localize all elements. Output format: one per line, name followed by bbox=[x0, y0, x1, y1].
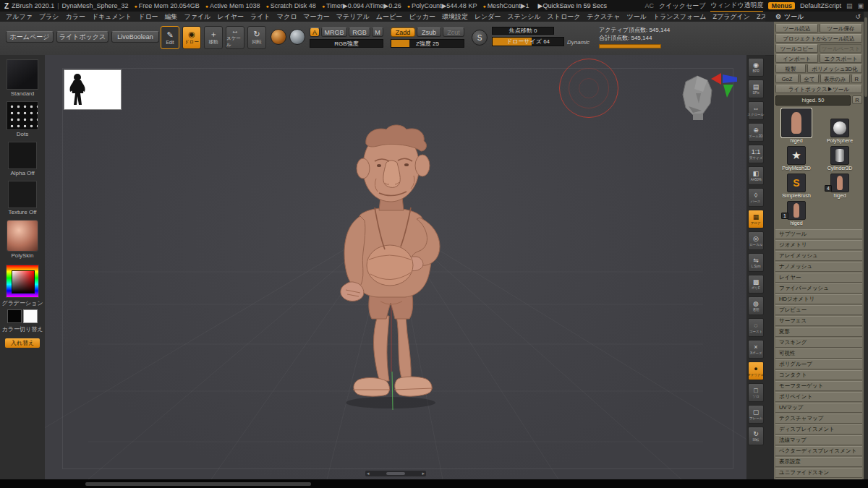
document-thumbnail[interactable] bbox=[64, 69, 122, 110]
lsym-button[interactable]: ⇋L.Sym bbox=[748, 253, 764, 272]
zsub-button[interactable]: Zsub bbox=[417, 27, 441, 37]
tool-thumb-higed-4[interactable]: 4higed bbox=[819, 173, 861, 199]
mrgb-button[interactable]: MRGB bbox=[321, 27, 347, 37]
menu-item-picker[interactable]: ピッカー bbox=[409, 12, 435, 22]
focal-shift-slider[interactable]: 焦点移動 0 bbox=[492, 27, 554, 35]
make-polymesh3d-button[interactable]: ポリメッシュ3D化 bbox=[807, 64, 862, 73]
section-visibility[interactable]: 可視性 bbox=[775, 348, 862, 359]
tool-thumb-polymesh3d[interactable]: ★PolyMesh3D bbox=[775, 145, 817, 171]
window-widget-icon[interactable]: ▤ bbox=[846, 2, 853, 9]
tool-thumb-polysphere[interactable]: PolySphere bbox=[819, 108, 861, 144]
section-layers[interactable]: レイヤー bbox=[775, 273, 862, 283]
scroll-left-icon[interactable]: ◂ bbox=[367, 471, 370, 476]
quicksave-button[interactable]: クイックセーブ bbox=[659, 1, 705, 11]
menu-item-stencil[interactable]: ステンシル bbox=[508, 12, 541, 22]
section-masking[interactable]: マスキング bbox=[775, 338, 862, 348]
goz-button[interactable]: GoZ bbox=[775, 74, 799, 83]
scroll-button[interactable]: ⇔スクロール bbox=[748, 101, 764, 120]
section-hd-geometry[interactable]: HDジオメトリ bbox=[775, 294, 862, 304]
section-polypaint[interactable]: ポリペイント bbox=[775, 392, 862, 402]
polyframe-button[interactable]: ▩ポリF bbox=[748, 275, 764, 294]
secondary-color-swatch[interactable] bbox=[23, 309, 38, 323]
zoom3d-button[interactable]: ⊕ズーム3D bbox=[748, 123, 764, 142]
menu-item-macro[interactable]: マクロ bbox=[277, 12, 297, 22]
menu-item-document[interactable]: ドキュメント bbox=[92, 12, 132, 22]
menu-item-brush[interactable]: ブラシ bbox=[39, 12, 59, 22]
lightbox-tool-button[interactable]: ライトボックス▶ツール bbox=[775, 85, 862, 93]
clone-button[interactable]: 複製 bbox=[775, 64, 806, 73]
color-picker-inner[interactable] bbox=[12, 270, 35, 294]
sculpt-model[interactable] bbox=[305, 122, 464, 411]
sculptris-pro-button[interactable]: S bbox=[472, 30, 488, 46]
frame-button[interactable]: ▢フレーム bbox=[748, 405, 764, 424]
gradient-sphere-icon[interactable] bbox=[289, 29, 305, 45]
restore-icon[interactable]: ↺ bbox=[855, 13, 861, 20]
rotate-button[interactable]: ↻ 回転 bbox=[247, 26, 266, 49]
draw-button[interactable]: ◉ ドロー bbox=[182, 26, 201, 49]
edit-button[interactable]: ✎ Edit bbox=[161, 26, 179, 49]
menu-item-file[interactable]: ファイル bbox=[184, 12, 211, 22]
local-button[interactable]: ◎ローカル bbox=[748, 231, 764, 250]
section-fibermesh[interactable]: ファイバーメッシュ bbox=[775, 283, 862, 294]
menu-item-draw[interactable]: ドロー bbox=[138, 12, 158, 22]
rgb-intensity-slider[interactable]: RGB強度 bbox=[310, 39, 383, 48]
section-normal-map[interactable]: 法線マップ bbox=[775, 435, 862, 445]
section-vector-displacement[interactable]: ベクターディスプレイスメント bbox=[775, 446, 862, 456]
solo-button[interactable]: □ソロ bbox=[748, 383, 764, 402]
r-button[interactable]: R bbox=[851, 74, 862, 83]
load-from-project-button[interactable]: プロジェクトからツール読込 bbox=[775, 34, 862, 43]
section-geometry[interactable]: ジオメトリ bbox=[775, 240, 862, 250]
menu-item-light[interactable]: ライト bbox=[250, 12, 271, 22]
color-picker[interactable] bbox=[6, 265, 39, 298]
load-tool-button[interactable]: ツール読込 bbox=[775, 24, 818, 33]
stroke-thumbnail[interactable] bbox=[7, 101, 38, 130]
canvas-h-scrollbar[interactable]: ◂ ▸ bbox=[365, 471, 426, 476]
tool-thumb-simplebrush[interactable]: SSimpleBrush bbox=[775, 173, 817, 199]
m-button[interactable]: M bbox=[372, 27, 383, 37]
menu-item-color[interactable]: カラー bbox=[65, 12, 85, 22]
zcut-button[interactable]: Zcut bbox=[443, 27, 464, 37]
all-button[interactable]: 全て bbox=[800, 74, 819, 83]
tool-name-slider[interactable]: higed. 50 bbox=[775, 95, 851, 106]
move-button[interactable]: ＋ 移動 bbox=[204, 26, 223, 49]
panel-scroll-thumb[interactable] bbox=[864, 17, 867, 97]
section-deformation[interactable]: 変形 bbox=[775, 327, 862, 337]
canvas-scroll-thumb[interactable] bbox=[386, 472, 405, 475]
bpr-button[interactable]: ◉BPR bbox=[748, 58, 764, 77]
section-array-mesh[interactable]: アレイメッシュ bbox=[775, 251, 862, 261]
lightbox-button[interactable]: ライトボックス bbox=[56, 31, 109, 43]
tool-palette-header[interactable]: ⚙ ツール ↺ bbox=[765, 12, 864, 22]
section-nanomesh[interactable]: ナノメッシュ bbox=[775, 262, 862, 272]
points-bar[interactable] bbox=[599, 44, 661, 48]
menu-item-alpha[interactable]: アルファ bbox=[6, 12, 33, 22]
material-sphere-icon[interactable] bbox=[271, 29, 286, 45]
zadd-button[interactable]: Zadd bbox=[391, 27, 415, 37]
menu-item-marker[interactable]: マーカー bbox=[303, 12, 329, 22]
persp-button[interactable]: ◊パース bbox=[748, 188, 764, 207]
current-brush-thumbnail[interactable] bbox=[7, 59, 38, 90]
section-surface[interactable]: サーフェス bbox=[775, 316, 862, 326]
save-as-button[interactable]: ツール保存 bbox=[820, 24, 862, 33]
menu-item-edit[interactable]: 編集 bbox=[165, 12, 178, 22]
material-button[interactable]: ●マテリアル bbox=[748, 361, 764, 380]
swap-colors-button[interactable]: 入れ替え bbox=[5, 338, 40, 348]
copy-tool-button[interactable]: ツールコピー bbox=[775, 44, 818, 53]
draw-size-slider[interactable]: ドローサイズ 64 bbox=[492, 37, 564, 46]
export-button[interactable]: エクスポート bbox=[820, 54, 862, 63]
panel-scrollbar[interactable] bbox=[864, 12, 868, 479]
menu-item-stroke[interactable]: ストローク bbox=[548, 12, 581, 22]
menu-item-movie[interactable]: ムービー bbox=[376, 12, 402, 22]
tool-thumb-cylinder3d[interactable]: Cylinder3D bbox=[819, 145, 861, 171]
menu-item-tool[interactable]: ツール bbox=[627, 12, 647, 22]
menu-item-zplugin[interactable]: Zプラグイン bbox=[712, 12, 750, 22]
menus-toggle[interactable]: Menus bbox=[768, 2, 795, 9]
spix-button[interactable]: ▤SPix bbox=[748, 80, 764, 98]
xpose-button[interactable]: ×Xポーズ bbox=[748, 340, 764, 359]
sculpt-canvas[interactable]: ◂ ▸ bbox=[45, 55, 746, 479]
tool-thumb-higed-active[interactable]: higed bbox=[775, 108, 817, 144]
menu-item-preferences[interactable]: 環境設定 bbox=[442, 12, 468, 22]
homepage-button[interactable]: ホームページ bbox=[6, 31, 54, 43]
window-layout-icon[interactable]: ▣ bbox=[857, 2, 864, 9]
tool-thumb-higed-1[interactable]: 1higed bbox=[775, 200, 817, 226]
scale-button[interactable]: ↔ スケール bbox=[226, 26, 244, 49]
